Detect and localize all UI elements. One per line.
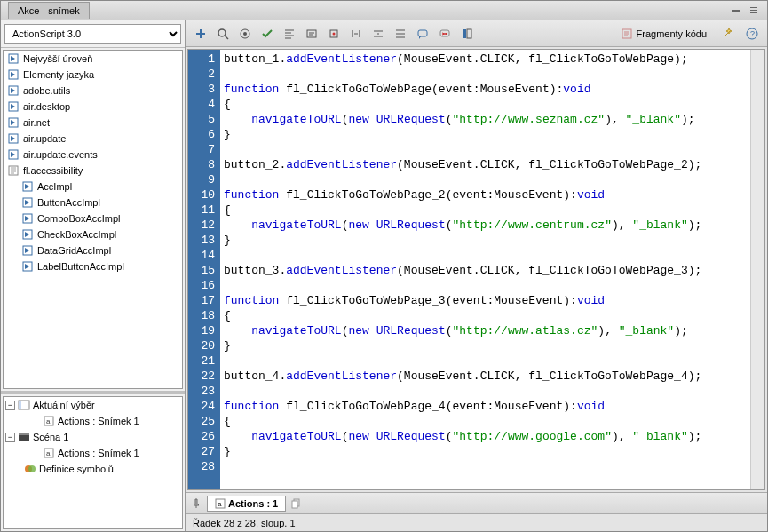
package-item[interactable]: fl.accessibility bbox=[4, 163, 182, 179]
class-icon bbox=[21, 196, 34, 209]
pin-icon[interactable] bbox=[189, 496, 203, 511]
package-item[interactable]: Elementy jazyka bbox=[4, 67, 182, 83]
add-item-icon[interactable] bbox=[191, 24, 210, 44]
svg-rect-32 bbox=[467, 29, 471, 38]
code-hint-icon[interactable] bbox=[302, 24, 321, 44]
splitter[interactable] bbox=[1, 391, 185, 394]
show-hide-toolbox-icon[interactable] bbox=[457, 24, 477, 44]
nav-label: Definice symbolů bbox=[39, 464, 114, 474]
fragments-label: Fragmenty kódu bbox=[637, 28, 707, 39]
class-item[interactable]: ComboBoxAccImpl bbox=[4, 210, 182, 226]
nav-label: Scéna 1 bbox=[33, 432, 68, 442]
svg-point-22 bbox=[28, 465, 36, 472]
svg-rect-7 bbox=[9, 166, 18, 175]
target-icon[interactable] bbox=[235, 24, 255, 44]
svg-text:?: ? bbox=[750, 29, 755, 38]
package-icon bbox=[7, 84, 20, 97]
code-snippets-button[interactable]: Fragmenty kódu bbox=[615, 26, 712, 42]
package-icon bbox=[7, 68, 20, 81]
svg-point-28 bbox=[333, 32, 336, 35]
status-bar: Řádek 28 z 28, sloup. 1 bbox=[186, 513, 767, 531]
package-tree[interactable]: Nejvyšší úroveňElementy jazykaadobe.util… bbox=[3, 50, 183, 389]
menu-icon[interactable] bbox=[748, 4, 760, 17]
class-item[interactable]: ButtonAccImpl bbox=[4, 195, 182, 210]
check-syntax-icon[interactable] bbox=[257, 24, 277, 44]
class-item[interactable]: AccImpl bbox=[4, 179, 182, 195]
nav-scene[interactable]: − Scéna 1 bbox=[4, 429, 182, 445]
class-label: ButtonAccImpl bbox=[37, 197, 100, 208]
svg-point-25 bbox=[243, 32, 247, 36]
clapper-icon bbox=[18, 431, 30, 443]
package-label: air.update bbox=[23, 133, 66, 144]
auto-format-icon[interactable] bbox=[280, 24, 299, 44]
main-area: ActionScript 3.0 Nejvyšší úroveňElementy… bbox=[1, 20, 767, 531]
package-label: air.update.events bbox=[23, 149, 98, 160]
class-icon bbox=[21, 180, 34, 193]
remove-comment-icon[interactable] bbox=[435, 24, 455, 44]
class-icon bbox=[21, 228, 34, 241]
minus-icon[interactable]: − bbox=[5, 433, 15, 442]
package-label: fl.accessibility bbox=[23, 165, 83, 176]
package-label: adobe.utils bbox=[23, 85, 70, 96]
class-label: DataGridAccImpl bbox=[37, 245, 111, 256]
panel-title-tab[interactable]: Akce - snímek bbox=[8, 2, 90, 19]
package-icon bbox=[7, 116, 20, 129]
svg-rect-29 bbox=[418, 30, 427, 36]
nav-actions-frame-2[interactable]: a Actions : Snímek 1 bbox=[4, 445, 182, 461]
snippet-icon bbox=[621, 28, 633, 40]
actions-icon: a bbox=[43, 447, 55, 459]
nav-actions-frame[interactable]: a Actions : Snímek 1 bbox=[4, 413, 182, 429]
collapse-icon[interactable] bbox=[730, 4, 742, 17]
help-icon[interactable]: ? bbox=[742, 24, 762, 44]
collapse-selection-icon[interactable] bbox=[368, 24, 388, 44]
package-item[interactable]: Nejvyšší úroveň bbox=[4, 51, 182, 67]
package-label: air.desktop bbox=[23, 101, 70, 112]
actions-panel-window: Akce - snímek ActionScript 3.0 Nejvyšší … bbox=[0, 0, 768, 532]
package-icon bbox=[7, 52, 20, 65]
class-label: AccImpl bbox=[37, 181, 72, 192]
new-tab-icon[interactable] bbox=[289, 496, 304, 511]
titlebar: Akce - snímek bbox=[1, 1, 767, 20]
svg-text:a: a bbox=[218, 500, 222, 508]
package-item[interactable]: air.update.events bbox=[4, 147, 182, 163]
actions-icon: a bbox=[43, 415, 55, 427]
debug-options-icon[interactable] bbox=[324, 24, 344, 44]
svg-text:a: a bbox=[46, 449, 51, 457]
actions-icon: a bbox=[215, 498, 226, 509]
script-version-dropdown[interactable]: ActionScript 3.0 bbox=[4, 24, 181, 44]
nav-label: Actions : Snímek 1 bbox=[58, 448, 139, 458]
expand-all-icon[interactable] bbox=[391, 24, 410, 44]
package-item[interactable]: air.desktop bbox=[4, 99, 182, 115]
package-item[interactable]: air.net bbox=[4, 115, 182, 131]
class-label: CheckBoxAccImpl bbox=[37, 229, 116, 240]
nav-symbol-defs[interactable]: Definice symbolů bbox=[4, 461, 182, 477]
nav-current-selection[interactable]: − Aktuální výběr bbox=[4, 397, 182, 413]
code-text[interactable]: button_1.addEventListener(MouseEvent.CLI… bbox=[220, 50, 750, 489]
find-icon[interactable] bbox=[213, 24, 233, 44]
class-item[interactable]: LabelButtonAccImpl bbox=[4, 258, 182, 274]
class-item[interactable]: CheckBoxAccImpl bbox=[4, 226, 182, 242]
navigator-tree[interactable]: − Aktuální výběr a Actions : Snímek 1 − bbox=[3, 396, 183, 529]
collapse-between-icon[interactable] bbox=[346, 24, 366, 44]
vertical-scrollbar[interactable] bbox=[750, 50, 764, 489]
script-tab-label: Actions : 1 bbox=[228, 498, 278, 509]
package-label: Elementy jazyka bbox=[23, 69, 94, 80]
package-label: air.net bbox=[23, 117, 50, 128]
class-item[interactable]: DataGridAccImpl bbox=[4, 242, 182, 258]
package-label: Nejvyšší úroveň bbox=[23, 53, 92, 64]
minus-icon[interactable]: − bbox=[5, 401, 15, 410]
script-tab[interactable]: a Actions : 1 bbox=[207, 496, 286, 512]
svg-rect-26 bbox=[307, 30, 316, 37]
wand-icon[interactable] bbox=[717, 24, 737, 44]
code-editor[interactable]: 1234567891011121314151617181920212223242… bbox=[187, 49, 765, 490]
svg-rect-39 bbox=[292, 501, 297, 508]
package-icon bbox=[7, 148, 20, 161]
nav-label: Actions : Snímek 1 bbox=[58, 416, 139, 426]
apply-comment-icon[interactable] bbox=[413, 24, 432, 44]
class-icon bbox=[21, 212, 34, 225]
package-item[interactable]: air.update bbox=[4, 131, 182, 147]
svg-text:a: a bbox=[46, 417, 51, 425]
class-label: ComboBoxAccImpl bbox=[37, 213, 121, 224]
class-label: LabelButtonAccImpl bbox=[37, 261, 124, 272]
package-item[interactable]: adobe.utils bbox=[4, 83, 182, 99]
